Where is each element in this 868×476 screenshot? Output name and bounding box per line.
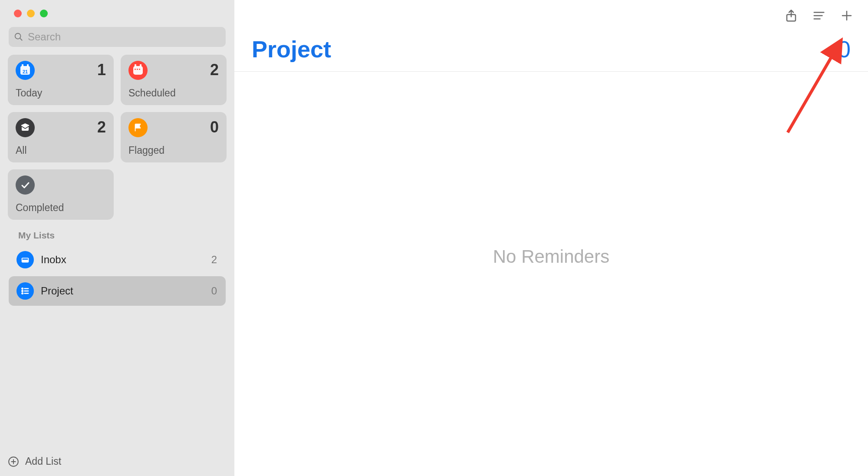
add-list-button[interactable]: Add List (0, 447, 234, 476)
card-flagged[interactable]: 0 Flagged (121, 112, 227, 162)
svg-line-1 (20, 38, 22, 40)
svg-rect-4 (23, 258, 28, 260)
search-box[interactable] (9, 27, 226, 47)
card-today[interactable]: 21 1 Today (8, 55, 114, 105)
completed-label: Completed (16, 202, 106, 214)
add-reminder-icon[interactable] (840, 9, 853, 22)
inbox-list-icon (16, 251, 34, 268)
today-count: 1 (97, 61, 106, 79)
list-name: Project (41, 285, 211, 297)
window-controls (0, 0, 234, 17)
svg-point-5 (22, 288, 23, 289)
svg-rect-3 (22, 258, 29, 262)
toolbar (234, 0, 868, 31)
scheduled-label: Scheduled (128, 87, 219, 99)
search-icon (14, 32, 23, 42)
minimize-window-button[interactable] (27, 10, 35, 17)
svg-point-9 (22, 293, 23, 294)
card-completed[interactable]: Completed (8, 169, 114, 220)
fullscreen-window-button[interactable] (40, 10, 48, 17)
add-list-icon (8, 456, 19, 467)
share-icon[interactable] (785, 9, 798, 22)
list-title: Project (252, 36, 331, 63)
list-reminder-count: 0 (838, 36, 851, 63)
search-input[interactable] (28, 31, 220, 43)
close-window-button[interactable] (14, 10, 22, 17)
list-row-inbox[interactable]: Inobx 2 (9, 245, 226, 274)
scheduled-count: 2 (210, 61, 219, 79)
list-count: 0 (211, 285, 217, 297)
view-options-icon[interactable] (812, 9, 825, 22)
list-count: 2 (211, 254, 217, 266)
flagged-icon (128, 118, 148, 137)
add-list-label: Add List (25, 456, 61, 467)
svg-point-7 (22, 291, 23, 292)
sidebar: 21 1 Today 2 Scheduled (0, 0, 234, 476)
smart-lists: 21 1 Today 2 Scheduled (0, 47, 234, 220)
project-list-icon (16, 282, 34, 300)
card-all[interactable]: 2 All (8, 112, 114, 162)
scheduled-icon (128, 61, 148, 80)
today-icon: 21 (16, 61, 35, 80)
all-count: 2 (97, 118, 106, 136)
all-label: All (16, 145, 106, 156)
list-name: Inobx (41, 254, 211, 266)
main-content: Project 0 No Reminders (234, 0, 868, 476)
all-icon (16, 118, 35, 137)
svg-point-0 (15, 33, 21, 39)
flagged-label: Flagged (128, 145, 219, 156)
empty-state-text: No Reminders (493, 246, 609, 267)
my-lists-header: My Lists (0, 220, 234, 245)
empty-state: No Reminders (234, 72, 868, 476)
main-header: Project 0 (234, 31, 868, 72)
flagged-count: 0 (210, 118, 219, 136)
completed-icon (16, 175, 35, 195)
card-scheduled[interactable]: 2 Scheduled (121, 55, 227, 105)
list-row-project[interactable]: Project 0 (9, 276, 226, 306)
today-label: Today (16, 87, 106, 99)
